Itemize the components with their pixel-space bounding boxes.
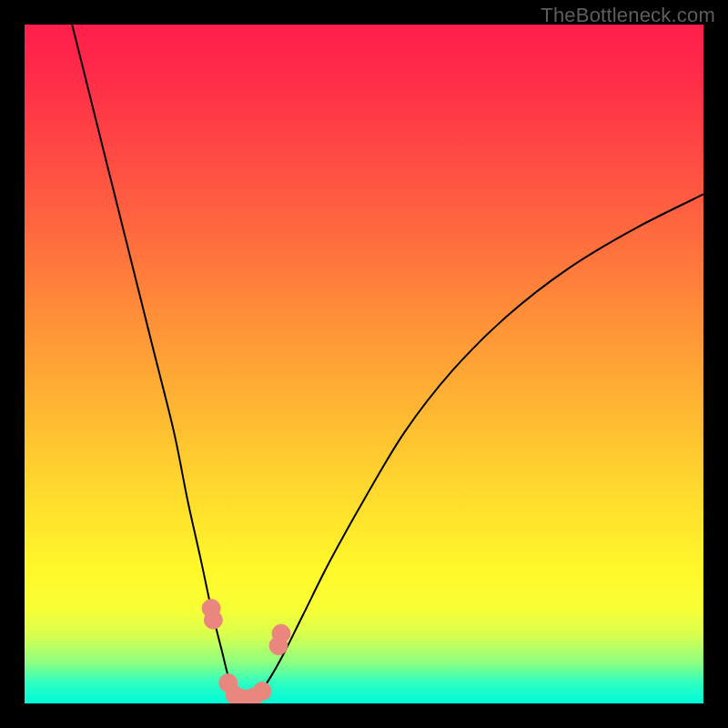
data-marker (204, 611, 222, 629)
data-markers (202, 600, 290, 703)
watermark-text: TheBottleneck.com (541, 4, 715, 27)
bottleneck-curve (72, 25, 703, 700)
chart-svg (25, 25, 703, 703)
data-marker (272, 624, 290, 642)
data-marker (253, 682, 271, 701)
plot-area (25, 25, 703, 703)
outer-frame: TheBottleneck.com (0, 0, 728, 728)
